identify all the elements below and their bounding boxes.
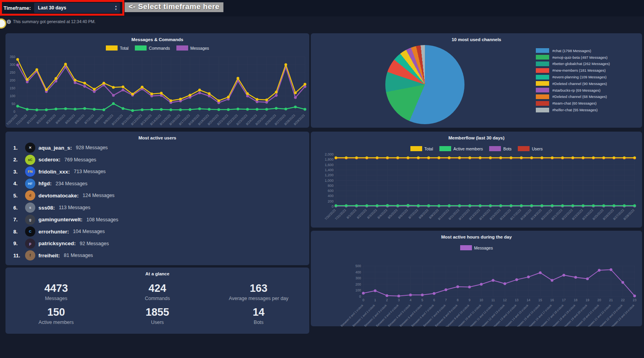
user-name: fridolin_xxx: [38,169,70,175]
glance-stat-value: 1855 [107,306,208,318]
list-item: 6.ssss08:113 Messages [13,202,90,213]
glance-stat: 163Average messages per day [208,282,309,301]
svg-text:2,000: 2,000 [325,152,334,156]
pie-legend-label: #event-planning (109 Messages) [552,75,606,79]
svg-text:17: 17 [562,298,566,302]
memberflow-panel: Memberflow (last 30 days) TotalActive me… [311,132,642,228]
glance-stat-value: 4473 [5,282,107,295]
glance-stat: 14Bots [208,306,309,325]
legend-label: Messages [190,46,209,51]
messages-commands-legend: TotalCommandsMessages [5,45,309,51]
avatar: p [25,239,35,249]
svg-text:300: 300 [10,63,15,67]
top-bar: Timeframe: Last 30 days ▲▼ <- Select tim… [0,0,644,16]
avatar: ✕ [25,143,35,153]
user-message-count: 928 Messages [76,145,108,150]
svg-text:Between 6 and 7 o'clock: Between 6 and 7 o'clock [411,304,435,327]
user-message-count: 124 Messages [83,193,114,198]
legend-item: Users [518,146,542,151]
svg-text:400: 400 [356,270,361,274]
svg-text:8/10/2023: 8/10/2023 [437,208,450,221]
svg-text:0: 0 [332,204,334,208]
svg-text:12: 12 [503,298,507,302]
legend-item: Active members [439,146,483,151]
svg-text:200: 200 [356,282,361,286]
glance-stat: 4473Messages [5,282,107,301]
svg-text:150: 150 [10,86,15,90]
legend-item: Bots [489,146,512,151]
legend-label: Messages [474,246,493,250]
channels-pie-title: 10 most used channels [311,37,642,42]
user-rank: 7. [13,217,22,222]
svg-text:8/1/2023: 8/1/2023 [26,114,38,125]
svg-text:8/5/2023: 8/5/2023 [387,208,399,220]
pie-legend-item: #helfer-chat (55 Messages) [536,107,639,113]
pie-legend-label: #starbucks-rp (69 Messages) [552,88,600,92]
pie-legend-label: #Deleted channel (90 Messages) [552,81,607,86]
user-rank: 9. [13,240,22,246]
legend-swatch [536,108,549,112]
svg-text:0: 0 [359,295,361,298]
user-rank: 6. [13,205,22,211]
svg-text:23: 23 [633,298,637,302]
svg-text:800: 800 [328,184,334,188]
glance-stat-value: 14 [208,306,309,318]
at-a-glance-title: At a glance [5,271,309,276]
user-rank: 5. [13,193,22,199]
svg-text:Between 3 and 4 o'clock: Between 3 and 4 o'clock [375,304,399,327]
legend-swatch [460,245,472,250]
legend-swatch [536,81,549,86]
timeframe-select[interactable]: Last 30 days [34,3,120,13]
svg-text:1,400: 1,400 [325,168,334,172]
pie-legend-label: #helfer-chat (55 Messages) [552,108,598,112]
legend-item: Total [106,45,129,51]
glance-stat-label: Users [107,320,208,325]
glance-stat: 424Commands [107,282,208,301]
logo-icon [0,18,6,29]
svg-text:9: 9 [468,298,470,302]
pie-legend-item: #chat (1798 Messages) [536,47,639,54]
svg-text:18: 18 [574,298,578,302]
pie-legend-item: #Deleted channel (68 Messages) [536,94,639,100]
active-hours-legend: Messages [311,245,642,250]
svg-text:22: 22 [621,298,625,302]
svg-text:8/6/2023: 8/6/2023 [397,208,409,220]
svg-text:1,600: 1,600 [325,163,334,167]
svg-text:100: 100 [356,288,361,292]
svg-text:19: 19 [586,298,590,302]
svg-text:50: 50 [12,102,16,106]
user-name: patricksynced: [38,240,76,246]
avatar: HF [25,179,35,189]
svg-text:3: 3 [398,298,400,302]
svg-text:8/4/2023: 8/4/2023 [55,114,66,125]
legend-label: Active members [454,146,483,151]
channels-pie-legend: #chat (1798 Messages)#emoji-quiz-beta (4… [536,47,639,113]
avatar: g [25,215,35,225]
list-item: 9.ppatricksynced:92 Messages [13,238,109,249]
svg-text:200: 200 [328,199,334,203]
svg-text:100: 100 [10,94,15,98]
legend-swatch [439,146,451,151]
user-message-count: 769 Messages [64,157,96,163]
glance-stat: 1855Users [107,306,208,325]
messages-commands-chart: 0501001502002503003507/30/20237/31/20238… [5,53,309,128]
active-users-title: Most active users [5,136,309,140]
list-item: 5.ddevtomatocake:124 Messages [13,190,114,201]
user-name: scderox: [38,157,60,163]
svg-text:600: 600 [328,189,334,193]
svg-text:8/1/2023: 8/1/2023 [346,208,357,220]
svg-text:2: 2 [386,298,388,302]
svg-text:350: 350 [10,55,15,59]
legend-item: Messages [460,245,493,250]
svg-text:Between 7 and 8 o'clock: Between 7 and 8 o'clock [423,304,447,327]
pie-legend-item: #starbucks-rp (69 Messages) [536,87,639,94]
user-message-count: 713 Messages [74,169,105,174]
svg-text:Between 2 and 3 o'clock: Between 2 and 3 o'clock [363,304,388,327]
pie-legend-label: #emoji-quiz-beta (497 Messages) [552,55,608,60]
svg-text:Between 4 and 5 o'clock: Between 4 and 5 o'clock [387,304,411,327]
user-name: errorhunter: [38,229,69,235]
svg-text:Between 5 and 6 o'clock: Between 5 and 6 o'clock [399,304,423,327]
avatar: f [25,250,35,260]
legend-swatch [135,45,147,51]
pie-legend-item: #Deleted channel (90 Messages) [536,80,639,87]
